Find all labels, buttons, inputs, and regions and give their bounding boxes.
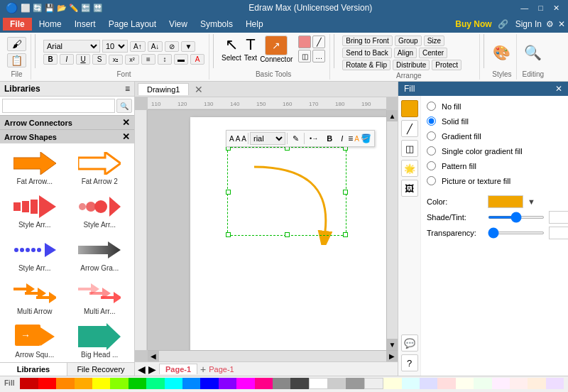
ft-bullet-btn[interactable]: •→ [306, 134, 322, 143]
list-item[interactable]: Multi Arr... [68, 276, 132, 318]
fill-style-icon[interactable] [401, 100, 418, 117]
fill-color-dropdown[interactable]: ▼ [528, 197, 535, 206]
symbols-menu[interactable]: Symbols [195, 18, 239, 31]
close-btn[interactable]: ✕ [550, 4, 562, 13]
line-spacing-btn[interactable]: ↕ [158, 54, 172, 65]
solid-fill-radio[interactable] [427, 116, 436, 126]
sign-in-btn[interactable]: Sign In [515, 19, 542, 29]
no-fill-option[interactable]: No fill [427, 102, 568, 111]
bring-to-front-btn[interactable]: Bring to Front [342, 36, 393, 46]
no-fill-radio[interactable] [427, 102, 436, 111]
more-font-btn[interactable]: ▼ [181, 41, 195, 52]
transparency-value[interactable]: 0 % [549, 227, 568, 239]
color-swatch-3[interactable] [56, 378, 74, 389]
center-btn[interactable]: Center [419, 48, 447, 58]
ft-more-options[interactable]: ≡ [348, 134, 353, 143]
scroll-right-btn[interactable]: ▶ [386, 351, 398, 361]
picture-fill-option[interactable]: Picture or texture fill [427, 176, 568, 185]
color-swatch-12[interactable] [219, 378, 236, 389]
gradient-fill-option[interactable]: Gradient fill [427, 131, 568, 141]
scroll-down-btn[interactable]: ▼ [387, 339, 398, 350]
bullet-list-btn[interactable]: ≡ [141, 54, 155, 65]
select-tool-icon[interactable]: ↖ [225, 36, 238, 54]
group-btn[interactable]: Group [395, 36, 422, 46]
scroll-left-btn[interactable]: ◀ [148, 351, 159, 361]
arrow-shape[interactable] [233, 153, 361, 245]
superscript-btn[interactable]: x² [125, 55, 139, 65]
gradient-fill-radio[interactable] [427, 131, 436, 141]
color-swatch-19[interactable] [346, 378, 364, 389]
color-swatch-23[interactable] [420, 378, 437, 389]
help-icon[interactable]: ? [401, 354, 418, 371]
color-swatch-bar[interactable] [20, 378, 564, 389]
page-1-tab[interactable]: Page-1 [159, 364, 197, 374]
list-item[interactable]: Style Arr... [3, 233, 67, 275]
editing-icon[interactable]: 🔍 [524, 44, 542, 61]
color-swatch-26[interactable] [474, 378, 491, 389]
file-menu[interactable]: File [3, 18, 32, 31]
list-item[interactable]: Fat Arrow... [3, 146, 67, 188]
underline-btn[interactable]: U [76, 54, 90, 65]
color-swatch-24[interactable] [437, 378, 455, 389]
handle-ml[interactable] [226, 190, 231, 195]
size-btn[interactable]: Size [424, 36, 444, 46]
color-swatch-30[interactable] [546, 378, 564, 389]
scrollbar-vertical[interactable]: ▲ ▼ [386, 110, 398, 350]
bold-btn[interactable]: B [43, 54, 58, 65]
help-menu[interactable]: Help [240, 18, 269, 31]
shade-tint-slider[interactable] [488, 216, 545, 219]
shadow-style-icon[interactable]: ◫ [401, 140, 418, 157]
protect-btn[interactable]: Protect [432, 60, 462, 70]
ft-font-style2[interactable]: A [236, 135, 241, 143]
list-item[interactable]: Multi Arrow [3, 276, 67, 318]
canvas-inner[interactable]: 110 120 130 140 150 160 170 180 190 80 9… [135, 97, 398, 361]
picture-fill-radio[interactable] [427, 176, 436, 185]
clear-format-btn[interactable]: ⊘ [165, 41, 179, 52]
minimize-btn[interactable]: — [518, 4, 531, 13]
add-tab-btn[interactable]: ✕ [189, 82, 209, 97]
ft-color-icon[interactable]: A [354, 135, 359, 143]
pattern-fill-option[interactable]: Pattern fill [427, 161, 568, 170]
solid-fill-option[interactable]: Solid fill [427, 116, 568, 126]
ft-bold-btn[interactable]: B [323, 133, 336, 144]
decrease-font-btn[interactable]: A↓ [148, 41, 163, 52]
line-color-icon[interactable]: ╱ [312, 36, 325, 48]
subscript-btn[interactable]: x₂ [109, 55, 123, 65]
color-swatch-5[interactable] [92, 378, 110, 389]
chat-icon[interactable]: 💬 [401, 334, 418, 352]
color-swatch-1[interactable] [20, 378, 38, 389]
color-swatch-27[interactable] [492, 378, 510, 389]
line-style-icon[interactable]: ╱ [401, 120, 418, 137]
color-swatch-13[interactable] [236, 378, 254, 389]
list-item[interactable]: → Arrow Squ... [3, 320, 67, 361]
libraries-tab[interactable]: Libraries [0, 363, 67, 376]
color-swatch-25[interactable] [456, 378, 474, 389]
settings-icon[interactable]: ⚙ [546, 19, 554, 29]
increase-font-btn[interactable]: A↑ [130, 41, 146, 52]
close-arrow-connectors-btn[interactable]: ✕ [122, 117, 130, 128]
rotate-flip-btn[interactable]: Rotate & Flip [342, 60, 390, 70]
color-swatch-28[interactable] [510, 378, 528, 389]
ft-font-size[interactable]: A [241, 135, 246, 143]
connector-tool-icon[interactable]: ↗ [265, 36, 288, 55]
close-arrow-shapes-btn[interactable]: ✕ [122, 131, 130, 142]
color-swatch-11[interactable] [200, 378, 218, 389]
font-family-select[interactable]: Arial [43, 40, 100, 53]
list-item[interactable]: Arrow Gra... [68, 233, 132, 275]
view-menu[interactable]: View [163, 18, 193, 31]
ft-font-style[interactable]: A [229, 135, 234, 143]
insert-menu[interactable]: Insert [69, 18, 102, 31]
maximize-btn[interactable]: □ [535, 4, 546, 13]
text-tool-icon[interactable]: T [246, 36, 255, 54]
drawing1-tab[interactable]: Drawing1 [138, 83, 189, 95]
italic-btn[interactable]: I [60, 54, 74, 65]
buy-now-btn[interactable]: Buy Now [455, 19, 491, 29]
paste-btn[interactable]: 📋 [7, 53, 26, 67]
color-swatch-6[interactable] [110, 378, 128, 389]
drawing-surface[interactable]: A A A rial ✎ •→ B I ≡ A 🪣 [148, 110, 398, 350]
handle-bl[interactable] [226, 232, 231, 237]
font-size-select[interactable]: 10 [102, 40, 128, 53]
color-swatch-16[interactable] [290, 378, 308, 389]
page-layout-menu[interactable]: Page Layout [103, 18, 162, 31]
shadow-icon[interactable]: ◫ [298, 50, 311, 62]
